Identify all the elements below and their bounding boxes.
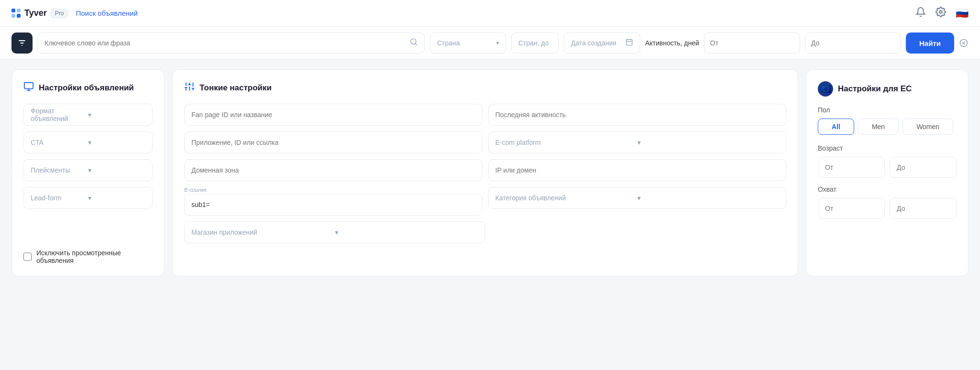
gender-buttons: All Men Women xyxy=(818,119,957,135)
reach-label: Охват xyxy=(818,185,957,193)
format-placeholder: Формат объявлений xyxy=(31,107,88,122)
language-flag[interactable]: 🇷🇺 xyxy=(956,7,969,20)
app-store-dropdown[interactable]: Магазин приложений ▾ xyxy=(184,221,485,243)
settings-button[interactable] xyxy=(935,7,946,20)
search-icon xyxy=(410,38,418,48)
url-param-field xyxy=(184,194,482,216)
last-activity-input[interactable] xyxy=(495,111,779,119)
country-dropdown[interactable]: Страна ▾ xyxy=(430,33,506,54)
activity-from-input xyxy=(704,33,800,54)
main-content: Настройки объявлений Формат объявлений ▾… xyxy=(0,60,980,286)
logo: Tyver Pro xyxy=(11,8,68,18)
country-to-input[interactable]: Стран, до xyxy=(511,33,559,54)
ip-domain-field xyxy=(488,159,786,181)
svg-line-5 xyxy=(415,44,417,45)
keyword-input-wrap xyxy=(37,33,425,54)
logo-dot-4 xyxy=(17,14,21,18)
placements-placeholder: Плейсменты xyxy=(31,166,88,174)
fanpage-input[interactable] xyxy=(191,111,475,119)
gender-men-button[interactable]: Men xyxy=(858,119,899,135)
activity-from-field[interactable] xyxy=(710,39,794,47)
gear-icon xyxy=(935,7,946,20)
gender-label: Пол xyxy=(818,106,957,114)
activity-to-field[interactable] xyxy=(811,39,895,47)
eu-settings-panel: 🇪🇺 Настройки для ЕС Пол All Men Women Во… xyxy=(806,69,969,276)
cta-chevron-icon: ▾ xyxy=(88,139,145,146)
cta-placeholder: CTA xyxy=(31,139,88,146)
notifications-button[interactable] xyxy=(915,7,926,20)
svg-point-0 xyxy=(939,11,942,13)
activity-label: Активность, дней xyxy=(645,39,699,47)
ad-settings-title: Настройки объявлений xyxy=(39,83,134,93)
app-store-chevron-icon: ▾ xyxy=(335,229,479,236)
leadform-dropdown[interactable]: Lead-form ▾ xyxy=(23,187,153,209)
exclude-label: Исключить просмотренные объявления xyxy=(36,249,153,264)
reach-from-field xyxy=(818,198,885,219)
svg-point-4 xyxy=(411,39,416,44)
url-param-wrap: В ссылке xyxy=(184,187,482,216)
sliders-icon xyxy=(184,81,195,94)
date-placeholder: Дата создания xyxy=(571,39,622,47)
placements-dropdown[interactable]: Плейсменты ▾ xyxy=(23,159,153,181)
exclude-checkbox[interactable] xyxy=(23,252,32,261)
logo-text: Tyver xyxy=(24,8,47,18)
app-store-placeholder: Магазин приложений xyxy=(191,229,335,236)
url-param-label: В ссылке xyxy=(184,187,482,193)
country-to-placeholder: Стран, до xyxy=(518,39,552,47)
chevron-down-icon: ▾ xyxy=(496,40,499,46)
fine-settings-panel: Тонкие настройки E-com platform ▾ xyxy=(172,69,798,276)
url-param-input[interactable] xyxy=(191,201,475,208)
svg-rect-6 xyxy=(626,40,632,45)
ad-category-placeholder: Категория объявлений xyxy=(495,194,637,202)
notifications-icon xyxy=(915,7,926,20)
find-button[interactable]: Найти xyxy=(906,33,954,54)
domain-zone-input[interactable] xyxy=(191,166,475,174)
filter-button[interactable] xyxy=(11,33,33,54)
navbar: Tyver Pro Поиск объявлений 🇷🇺 xyxy=(0,0,980,27)
navbar-right: 🇷🇺 xyxy=(915,7,969,20)
logo-dot-2 xyxy=(17,9,21,12)
svg-rect-13 xyxy=(24,83,33,89)
ad-settings-panel: Настройки объявлений Формат объявлений ▾… xyxy=(11,69,165,276)
ecom-platform-dropdown[interactable]: E-com platform ▾ xyxy=(488,131,786,153)
eu-settings-title: Настройки для ЕС xyxy=(838,84,912,94)
fine-settings-header: Тонкие настройки xyxy=(184,81,786,94)
ad-category-dropdown[interactable]: Категория объявлений ▾ xyxy=(488,187,786,209)
pro-badge: Pro xyxy=(51,9,68,18)
age-from-field xyxy=(818,157,885,178)
reach-from-input[interactable] xyxy=(825,205,878,212)
ip-domain-input[interactable] xyxy=(495,166,779,174)
reach-range-row xyxy=(818,198,957,219)
eu-flag-icon: 🇪🇺 xyxy=(818,81,833,97)
eu-settings-header: 🇪🇺 Настройки для ЕС xyxy=(818,81,957,97)
date-input[interactable]: Дата создания xyxy=(564,33,640,54)
format-dropdown[interactable]: Формат объявлений ▾ xyxy=(23,104,153,126)
age-from-input[interactable] xyxy=(825,163,878,171)
logo-dot-3 xyxy=(11,14,15,18)
ecom-placeholder: E-com platform xyxy=(495,139,637,146)
app-input[interactable] xyxy=(191,139,475,146)
searchbar: Страна ▾ Стран, до Дата создания Активно… xyxy=(0,27,980,60)
keyword-input[interactable] xyxy=(45,39,406,47)
age-to-input[interactable] xyxy=(897,163,949,171)
reach-to-input[interactable] xyxy=(897,205,949,212)
gender-women-button[interactable]: Women xyxy=(902,119,953,135)
ad-settings-header: Настройки объявлений xyxy=(23,81,153,94)
format-chevron-icon: ▾ xyxy=(88,111,145,119)
activity-to-input xyxy=(805,33,901,54)
logo-icon xyxy=(11,9,21,18)
gender-all-button[interactable]: All xyxy=(818,119,854,135)
last-activity-field xyxy=(488,104,786,126)
monitor-icon xyxy=(23,81,34,94)
calendar-icon xyxy=(625,38,633,48)
leadform-chevron-icon: ▾ xyxy=(88,194,145,202)
app-field xyxy=(184,131,482,153)
search-ads-link[interactable]: Поиск объявлений xyxy=(76,9,137,17)
clear-button[interactable] xyxy=(959,38,969,48)
cta-dropdown[interactable]: CTA ▾ xyxy=(23,131,153,153)
fine-settings-title: Тонкие настройки xyxy=(200,83,272,93)
country-placeholder: Страна xyxy=(437,39,492,47)
fanpage-field xyxy=(184,104,482,126)
fine-settings-grid: E-com platform ▾ В ссылке Категория объя… xyxy=(184,104,786,216)
ecom-chevron-icon: ▾ xyxy=(637,139,780,146)
